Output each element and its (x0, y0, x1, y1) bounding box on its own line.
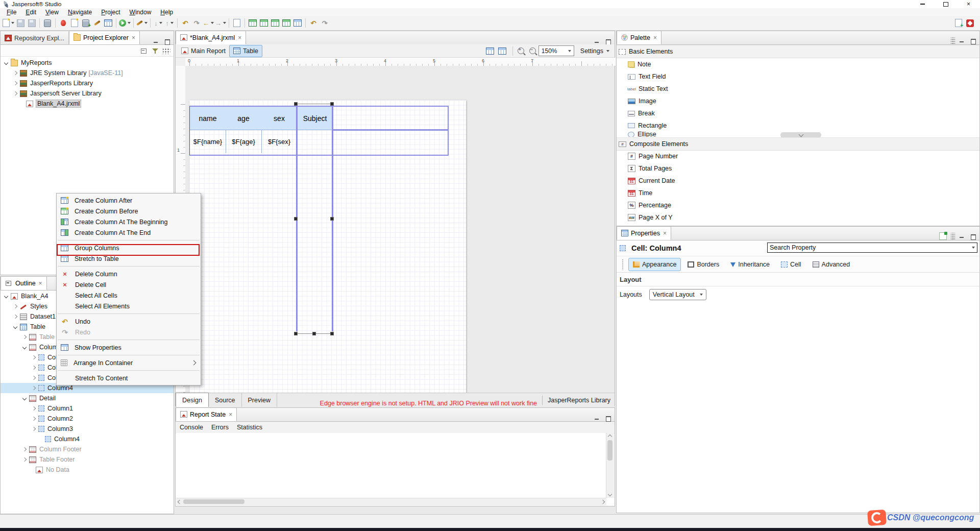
palette-section-composite-elements[interactable]: # Composite Elements (617, 137, 979, 151)
tab-preview[interactable]: Preview (242, 393, 277, 407)
maximize-view-icon[interactable] (969, 233, 977, 239)
jasperreports-library-label[interactable]: JasperReports Library (548, 397, 610, 404)
zoom-out-icon[interactable]: − (529, 47, 536, 54)
debug-button[interactable] (58, 17, 68, 29)
tab-borders[interactable]: Borders (683, 258, 724, 271)
table-settings-icon[interactable] (498, 47, 506, 55)
datasource-button[interactable] (42, 17, 53, 29)
band-table-button-2[interactable] (259, 17, 269, 29)
close-tab-icon[interactable] (663, 230, 667, 236)
selection-handle[interactable] (330, 217, 334, 221)
view-menu-icon[interactable] (951, 233, 955, 240)
console-output-area[interactable] (176, 433, 606, 498)
menu-create-column-before[interactable]: Create Column Before (57, 206, 201, 216)
tab-cell[interactable]: Cell (776, 258, 806, 271)
scroll-down-icon[interactable] (608, 492, 612, 496)
chevron-down-icon[interactable] (22, 396, 27, 400)
table-detail-cell-age[interactable]: $F{age} (226, 130, 262, 153)
tab-appearance[interactable]: Appearance (628, 258, 681, 271)
view-menu-icon[interactable] (163, 47, 170, 54)
forward-button[interactable]: → (215, 17, 226, 29)
tree-item-jre-library[interactable]: JRE System Library [JavaSE-11] (1, 68, 174, 78)
selection-handle[interactable] (330, 102, 334, 106)
minimize-view-icon[interactable] (593, 415, 601, 421)
selection-handle[interactable] (294, 217, 298, 221)
palette-item-static-text[interactable]: Static Text (617, 83, 979, 95)
close-tab-icon[interactable] (39, 280, 42, 286)
menu-create-column-at-beginning[interactable]: Create Column At The Beginning (57, 216, 201, 227)
outline-item-detail-column3[interactable]: Column3 (1, 424, 174, 434)
new-report-button[interactable] (3, 17, 14, 29)
tab-repository-explorer[interactable]: Repository Expl... (1, 32, 69, 44)
chevron-right-icon[interactable] (32, 427, 36, 431)
tree-item-myreports[interactable]: MyReports (1, 58, 174, 68)
chevron-right-icon[interactable] (32, 355, 36, 359)
palette-item-note[interactable]: Note (617, 58, 979, 70)
bands-view-icon[interactable] (486, 47, 494, 55)
band-table-button-1[interactable] (248, 17, 258, 29)
palette-item-total-pages[interactable]: ΣTotal Pages (617, 162, 979, 175)
open-report-button[interactable]: + (953, 17, 964, 29)
chevron-right-icon[interactable] (13, 304, 17, 308)
tab-source[interactable]: Source (209, 393, 242, 407)
outline-item-detail[interactable]: Detail (1, 393, 174, 403)
selection-handle[interactable] (312, 332, 316, 335)
chevron-right-icon[interactable] (22, 447, 27, 451)
filter-icon[interactable] (152, 47, 159, 54)
tab-outline[interactable]: Outline (1, 276, 47, 290)
palette-item-page-number[interactable]: #Page Number (617, 150, 979, 162)
band-table-button-3[interactable] (270, 17, 280, 29)
undo-button[interactable]: ↶ (180, 17, 190, 29)
table-detail-cell-subject[interactable] (297, 130, 333, 153)
tree-item-jasperreports-library[interactable]: JasperReports Library (1, 78, 174, 88)
close-tab-icon[interactable] (229, 412, 232, 418)
close-tab-icon[interactable] (238, 35, 241, 41)
save-button[interactable] (15, 17, 26, 29)
menu-delete-column[interactable]: ×Delete Column (57, 269, 201, 279)
close-tab-icon[interactable] (653, 35, 657, 41)
outline-item-detail-column2[interactable]: Column2 (1, 414, 174, 424)
menu-project[interactable]: Project (96, 9, 125, 16)
tab-inheritance[interactable]: Inheritance (726, 258, 774, 271)
chevron-right-icon[interactable] (32, 376, 36, 380)
tab-project-explorer[interactable]: Project Explorer (69, 31, 140, 44)
menu-undo[interactable]: ↶Undo (57, 316, 201, 327)
chevron-right-icon[interactable] (32, 417, 36, 421)
minimize-view-icon[interactable] (593, 38, 601, 44)
chevron-right-icon[interactable] (22, 457, 27, 462)
chevron-right-icon[interactable] (32, 386, 36, 390)
chevron-right-icon[interactable] (13, 81, 17, 85)
breadcrumb-table[interactable]: Table (229, 45, 262, 57)
palette-item-current-date[interactable]: 31Current Date (617, 175, 979, 187)
tab-report-state[interactable]: Report State (176, 407, 237, 421)
redo-button[interactable]: ↷ (191, 17, 202, 29)
palette-item-rectangle[interactable]: Rectangle (617, 119, 979, 132)
chevron-down-icon[interactable] (4, 294, 8, 298)
chevron-right-icon[interactable] (13, 91, 17, 95)
table-header-cell-subject[interactable]: Subject (297, 107, 333, 130)
report-table-element[interactable]: name age sex Subject $F{name} $F{age} $F… (189, 106, 449, 156)
chevron-right-icon[interactable] (13, 315, 17, 319)
undo-small-button[interactable]: ↶ (308, 17, 318, 29)
tab-blank-a4-jrxml[interactable]: *Blank_A4.jrxml (176, 31, 246, 44)
outline-item-detail-column1[interactable]: Column1 (1, 403, 174, 414)
minimize-view-icon[interactable] (958, 38, 966, 44)
import-button[interactable]: ↓ (153, 17, 163, 29)
redo-small-button[interactable]: ↷ (320, 17, 330, 29)
maximize-view-icon[interactable] (604, 38, 612, 44)
palette-section-basic-elements[interactable]: Basic Elements (617, 45, 979, 58)
maximize-view-icon[interactable] (969, 38, 977, 44)
palette-item-image[interactable]: Image (617, 95, 979, 107)
window-maximize-button[interactable] (934, 0, 957, 8)
table-detail-cell-sex[interactable]: $F{sex} (261, 130, 298, 153)
outline-item-column-footer[interactable]: Column Footer (1, 444, 174, 454)
chevron-right-icon[interactable] (32, 406, 36, 411)
menu-select-all-cells[interactable]: Select All Cells (57, 290, 201, 301)
link-console[interactable]: Console (180, 424, 203, 431)
scroll-up-icon[interactable] (608, 435, 612, 439)
menu-window[interactable]: Window (125, 9, 156, 16)
outline-item-table-footer[interactable]: Table Footer (1, 454, 174, 465)
scrollbar-thumb[interactable] (183, 499, 244, 504)
breadcrumb-main-report[interactable]: Main Report (178, 45, 229, 57)
layouts-select[interactable]: Vertical Layout (649, 289, 706, 300)
